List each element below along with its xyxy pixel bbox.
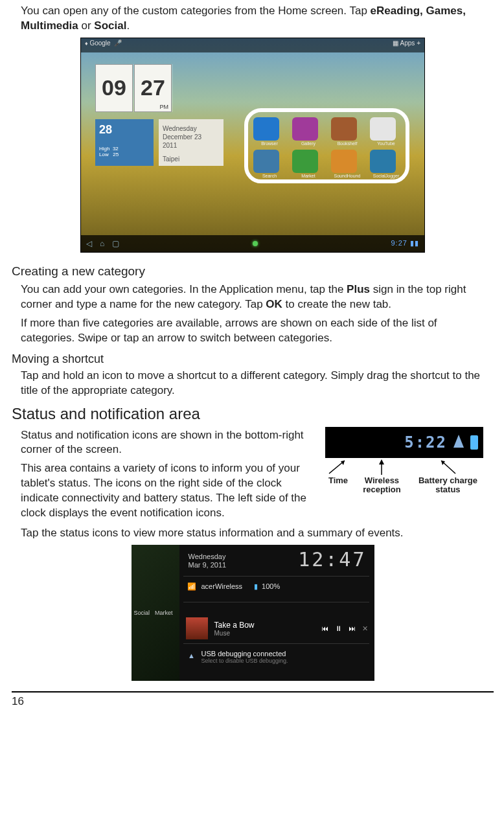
svg-marker-0 [453, 435, 464, 448]
np-clock: 12:47 [298, 548, 366, 571]
status-time: 5:22 [404, 433, 447, 452]
date-widget: Wednesday December 23 2011 Taipei [159, 119, 223, 166]
np-date: WednesdayMar 9, 2011 [189, 553, 227, 569]
back-icon: ◁ [86, 239, 92, 248]
intro-paragraph: You can open any of the custom categorie… [21, 4, 494, 34]
close-icon: ✕ [362, 624, 368, 633]
album-art [186, 617, 208, 639]
status-bar-screenshot: 5:22 [325, 427, 483, 458]
wifi-small-icon: 📶 [186, 580, 198, 592]
status-p2: This area contains a variety of icons to… [21, 461, 315, 521]
clock-widget: 09 27PM [95, 64, 173, 112]
google-search-label: ♦ Google 🎤 [85, 40, 122, 51]
heading-moving-shortcut: Moving a shortcut [12, 352, 494, 366]
callout-battery: Battery charge status [413, 459, 483, 496]
np-wifi-row: 📶 acerWireless ▮ 100% [186, 580, 368, 592]
home-icon: ⌂ [100, 239, 104, 248]
callout-time: Time [325, 459, 351, 496]
np-music-row: Take a Bow Muse ⏮ ⏸ ⏭ ✕ [186, 617, 368, 639]
status-bar-time: 9:27 ▮▮ [391, 239, 419, 247]
callout-wireless: Wireless reception [351, 459, 413, 496]
screenshot-notification-panel: Social Market WednesdayMar 9, 2011 12:47… [132, 545, 374, 681]
apps-button-label: ▦ Apps + [393, 40, 420, 51]
heading-creating-category: Creating a new category [12, 264, 494, 279]
recent-icon: ▢ [112, 239, 119, 248]
prev-icon: ⏮ [321, 624, 328, 633]
create-category-p2: If more than five categories are availab… [21, 316, 494, 346]
heading-status-area: Status and notification area [12, 405, 494, 423]
pause-icon: ⏸ [335, 624, 342, 633]
np-usb-row: ▲ USB debugging connected Select to disa… [186, 650, 368, 664]
next-icon: ⏭ [349, 624, 356, 633]
center-dot-icon [253, 241, 258, 246]
status-p1: Status and notification icons are shown … [21, 428, 315, 458]
usb-icon: ▲ [186, 650, 198, 661]
np-tab-market: Market [155, 610, 173, 616]
wifi-icon [453, 433, 464, 452]
np-tab-social: Social [134, 610, 150, 616]
weather-widget: 28 High 32 Low 25 [95, 119, 154, 166]
create-category-p1: You can add your own categories. In the … [21, 282, 494, 312]
svg-marker-6 [441, 461, 445, 465]
move-shortcut-p: Tap and hold an icon to move a shortcut … [21, 369, 494, 398]
battery-icon [470, 435, 478, 450]
svg-marker-4 [379, 459, 384, 464]
screenshot-home-screen: ♦ Google 🎤 ▦ Apps + 09 27PM 28 High 32 L… [80, 38, 425, 253]
apps-highlight-outline [244, 108, 409, 183]
page-number: 16 [12, 691, 494, 708]
status-p3: Tap the status icons to view more status… [21, 526, 494, 541]
